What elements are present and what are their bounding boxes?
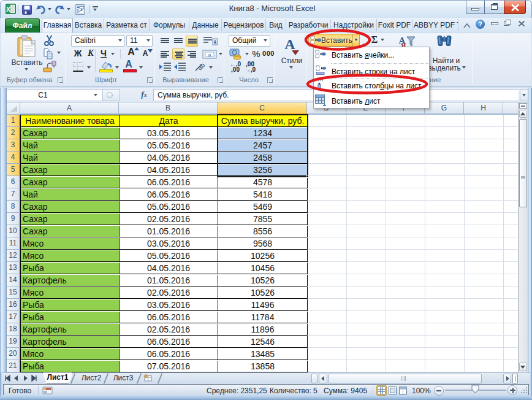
svg-text:ab: ab [196,61,206,72]
svg-text:A: A [284,36,295,52]
svg-text:a: a [208,52,211,58]
svg-text:X: X [6,6,10,13]
